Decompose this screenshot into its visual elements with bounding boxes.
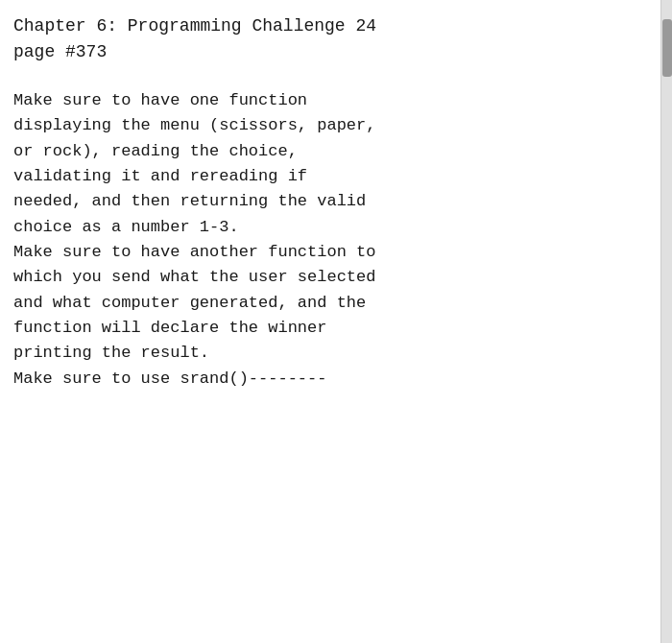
title-line1: Chapter 6: Programming Challenge 24 [13,13,645,39]
body-text: Make sure to have one function displayin… [13,88,645,392]
scrollbar-thumb[interactable] [662,19,672,77]
title-section: Chapter 6: Programming Challenge 24 page… [13,13,645,65]
main-content: Chapter 6: Programming Challenge 24 page… [0,0,660,643]
scrollbar[interactable] [660,0,672,643]
page-container: Chapter 6: Programming Challenge 24 page… [0,0,672,643]
title-line2: page #373 [13,39,645,65]
